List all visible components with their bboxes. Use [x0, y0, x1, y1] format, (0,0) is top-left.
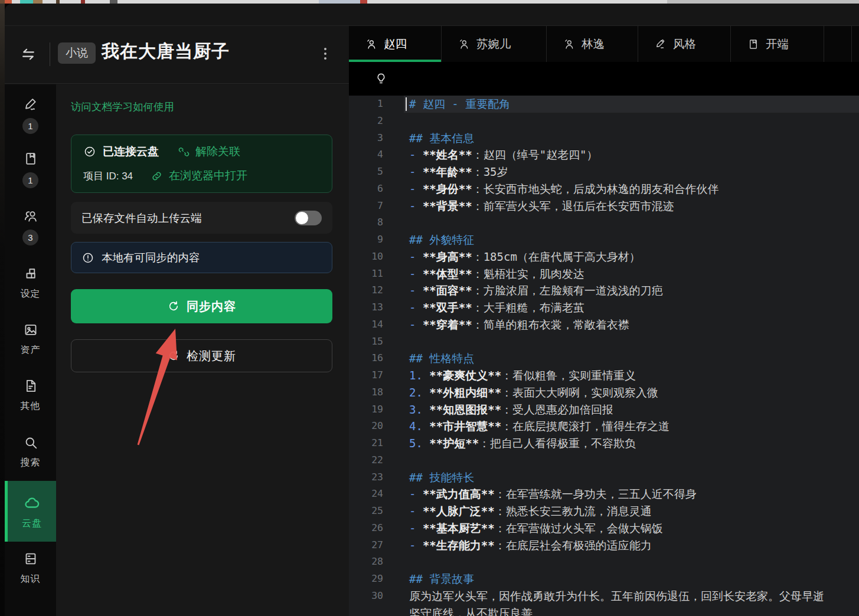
line-content [391, 214, 409, 231]
sidebar-item-characters[interactable]: 3 [5, 208, 56, 245]
line-content: ## 性格特点 [391, 350, 474, 367]
editor-line-12: 12- **面容**：方脸浓眉，左脸颊有一道浅浅的刀疤 [349, 282, 859, 299]
line-content [391, 553, 409, 571]
line-number: 9 [349, 231, 391, 248]
count-badge: 1 [22, 172, 38, 188]
line-number: 20 [349, 418, 391, 435]
sidebar-rail: 113设定资产其他搜索云盘知识 [5, 84, 56, 616]
unlink-button[interactable]: 解除关联 [195, 144, 240, 159]
line-number: 23 [349, 469, 391, 486]
project-title: 我在大唐当厨子 [102, 40, 230, 64]
open-in-browser-link[interactable]: 在浏览器中打开 [169, 168, 247, 184]
editor-line-5: 5- **年龄**：35岁 [349, 163, 859, 181]
line-content: - **身高**：185cm（在唐代属于高大身材） [391, 248, 641, 266]
sidebar-item-writing[interactable]: 1 [5, 96, 56, 134]
check-update-button[interactable]: 检测更新 [71, 339, 332, 372]
editor-line-20: 204. **市井智慧**：在底层摸爬滚打，懂得生存之道 [349, 418, 859, 435]
doc-icon [22, 378, 39, 394]
sidebar-item-knowledge[interactable]: 知识 [5, 551, 56, 585]
editor-line-19: 193. **知恩图报**：受人恩惠必加倍回报 [349, 401, 859, 418]
sync-notice-text: 本地有可同步的内容 [102, 250, 200, 265]
editor-line-1: 1# 赵四 - 重要配角 [349, 96, 859, 113]
tab-风格[interactable]: 风格 [638, 26, 731, 62]
sidebar-item-label: 知识 [5, 573, 56, 585]
line-number: 2 [349, 113, 391, 130]
editor-line-15: 15 [349, 333, 859, 350]
editor-line-29: 29## 背景故事 [349, 571, 859, 588]
tab-赵四[interactable]: 赵四 [349, 26, 442, 62]
desktop-edge-left [0, 4, 5, 616]
refresh-icon [167, 300, 180, 313]
sidebar-item-chapters[interactable]: 1 [5, 150, 56, 188]
sidebar-item-search[interactable]: 搜索 [5, 434, 56, 469]
line-number: 6 [349, 181, 391, 198]
sync-content-button[interactable]: 同步内容 [71, 289, 332, 323]
sidebar-item-label: 搜索 [5, 457, 56, 469]
line-number: 18 [349, 384, 391, 401]
sidebar-item-label: 设定 [5, 288, 56, 300]
swap-icon[interactable] [19, 45, 38, 64]
project-header: 小说 我在大唐当厨子 [5, 26, 349, 84]
alert-circle-icon [81, 251, 94, 264]
line-content: - **身份**：长安西市地头蛇，后成为林逸的朋友和合作伙伴 [391, 181, 719, 198]
help-doc-link[interactable]: 访问文档学习如何使用 [71, 100, 174, 114]
connection-status: 已连接云盘 [103, 144, 159, 159]
line-content: - **基本厨艺**：在军营做过火头军，会做大锅饭 [391, 520, 663, 537]
line-content: - **面容**：方脸浓眉，左脸颊有一道浅浅的刀疤 [391, 282, 663, 299]
unlink-icon [178, 146, 190, 158]
markdown-editor[interactable]: 1# 赵四 - 重要配角23## 基本信息4- **姓名**：赵四（绰号"赵老四… [349, 96, 859, 616]
book-icon [22, 150, 39, 167]
tab-bar: 赵四苏婉儿林逸风格开端 [349, 26, 859, 62]
editor-line-26: 26- **基本厨艺**：在军营做过火头军，会做大锅饭 [349, 520, 859, 537]
editor-line-30: 30原为边军火头军，因作战勇敢升为什长。五年前因伤退伍，回到长安老家。父母早逝 [349, 588, 859, 605]
line-content: ## 技能特长 [391, 469, 474, 486]
book-icon [747, 38, 760, 51]
person-icon [458, 38, 471, 51]
line-content: - **姓名**：赵四（绰号"赵老四"） [391, 146, 598, 163]
sidebar-item-other[interactable]: 其他 [5, 378, 56, 412]
line-content: - **双手**：大手粗糙，布满老茧 [391, 299, 584, 316]
line-number: 4 [349, 146, 391, 163]
editor-line-24: 24- **武力值高**：在军营练就一身功夫，三五人近不得身 [349, 486, 859, 503]
lightbulb-icon[interactable] [374, 71, 388, 86]
line-content: # 赵四 - 重要配角 [391, 96, 510, 113]
line-content: ## 背景故事 [391, 571, 474, 588]
sync-content-label: 同步内容 [187, 299, 236, 314]
line-number: 10 [349, 248, 391, 266]
line-content: - **人脉广泛**：熟悉长安三教九流，消息灵通 [391, 503, 652, 520]
line-number: 29 [349, 571, 391, 588]
auto-upload-toggle[interactable] [295, 211, 322, 225]
line-content: ## 外貌特征 [391, 231, 474, 248]
line-number: 15 [349, 333, 391, 350]
line-content: 4. **市井智慧**：在底层摸爬滚打，懂得生存之道 [391, 418, 669, 435]
line-number: 5 [349, 163, 391, 181]
kebab-menu-icon[interactable] [316, 44, 334, 64]
line-number: 28 [349, 553, 391, 571]
tab-开端[interactable]: 开端 [731, 26, 824, 62]
line-content [391, 333, 409, 350]
line-content: - **生存能力**：在底层社会有极强的适应能力 [391, 537, 652, 554]
line-content: - **体型**：魁梧壮实，肌肉发达 [391, 266, 584, 283]
line-content [391, 113, 409, 130]
line-number: 1 [349, 96, 391, 113]
editor-line-7: 7- **背景**：前军营火头军，退伍后在长安西市混迹 [349, 198, 859, 215]
tab-label: 苏婉儿 [476, 36, 511, 52]
line-content [391, 452, 409, 469]
tab-林逸[interactable]: 林逸 [547, 26, 638, 62]
header-divider [50, 42, 50, 66]
line-content: 2. **外粗内细**：表面大大咧咧，实则观察入微 [391, 384, 658, 401]
editor-line-22: 22 [349, 452, 859, 469]
line-number: 24 [349, 486, 391, 503]
sidebar-item-settings[interactable]: 设定 [5, 266, 56, 300]
sidebar-item-label: 其他 [5, 400, 56, 412]
tab-苏婉儿[interactable]: 苏婉儿 [442, 26, 547, 62]
editor-line-11: 11- **体型**：魁梧壮实，肌肉发达 [349, 266, 859, 283]
editor-line-28: 28 [349, 553, 859, 571]
tab-bar-spacer [824, 26, 852, 62]
sidebar-item-cloud[interactable]: 云盘 [5, 481, 56, 542]
line-content: 坚守底线，从不欺压良善。 [391, 605, 544, 616]
line-content: - **背景**：前军营火头军，退伍后在长安西市混迹 [391, 198, 674, 215]
shelf-icon [22, 551, 39, 567]
sidebar-item-assets[interactable]: 资产 [5, 322, 56, 356]
check-update-label: 检测更新 [187, 348, 236, 364]
